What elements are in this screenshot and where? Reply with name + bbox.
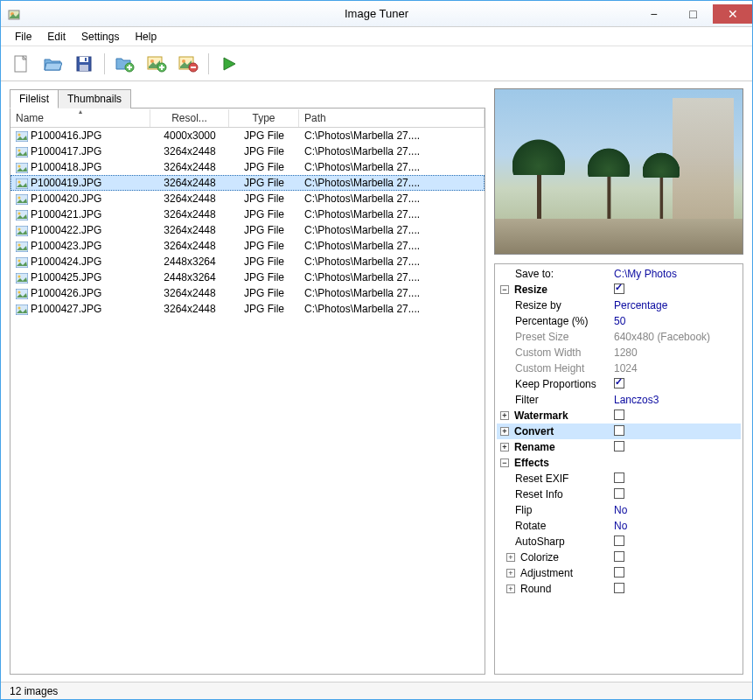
svg-point-33 <box>18 275 21 277</box>
image-file-icon <box>16 131 28 142</box>
tabs: Filelist Thumbnails <box>10 88 485 108</box>
column-path[interactable]: Path <box>299 109 485 127</box>
new-button[interactable] <box>8 51 34 77</box>
menu-help[interactable]: Help <box>128 29 164 45</box>
image-file-icon <box>16 304 28 315</box>
open-button[interactable] <box>39 51 66 77</box>
table-row[interactable]: P1000423.JPG3264x2448JPG FileC:\Photos\M… <box>10 238 485 254</box>
table-row[interactable]: P1000421.JPG3264x2448JPG FileC:\Photos\M… <box>10 206 485 222</box>
collapse-icon[interactable]: − <box>500 285 509 294</box>
svg-rect-5 <box>80 65 88 71</box>
status-text: 12 images <box>10 685 58 697</box>
convert-checkbox[interactable] <box>614 425 624 436</box>
group-convert[interactable]: +Convert <box>497 424 741 439</box>
menu-edit[interactable]: Edit <box>40 29 73 45</box>
menu-file[interactable]: File <box>8 29 38 45</box>
menubar: File Edit Settings Help <box>1 27 752 46</box>
table-row[interactable]: P1000422.JPG3264x2448JPG FileC:\Photos\M… <box>10 222 485 238</box>
tab-thumbnails[interactable]: Thumbnails <box>58 89 131 108</box>
table-row[interactable]: P1000416.JPG4000x3000JPG FileC:\Photos\M… <box>10 128 485 144</box>
prop-rotate[interactable]: RotateNo <box>497 518 741 534</box>
run-button[interactable] <box>216 51 242 77</box>
add-image-button[interactable] <box>143 51 170 77</box>
image-file-icon <box>16 210 28 220</box>
round-checkbox[interactable] <box>614 583 624 593</box>
prop-filter[interactable]: FilterLanczos3 <box>497 392 741 408</box>
group-round[interactable]: +Round <box>497 581 741 597</box>
app-icon <box>8 7 22 21</box>
prop-custom-width: Custom Width1280 <box>497 345 741 360</box>
expand-icon[interactable]: + <box>500 427 509 436</box>
svg-point-19 <box>18 164 21 167</box>
save-button[interactable] <box>71 51 97 77</box>
svg-point-31 <box>18 259 21 262</box>
collapse-icon[interactable]: − <box>500 458 509 467</box>
close-button[interactable]: ✕ <box>713 4 752 24</box>
window-title: Image Tuner <box>345 7 408 20</box>
column-type[interactable]: Type <box>229 109 299 127</box>
prop-reset-exif[interactable]: Reset EXIF <box>497 471 741 486</box>
prop-flip[interactable]: FlipNo <box>497 502 741 518</box>
keep-proportions-checkbox[interactable] <box>614 378 624 388</box>
svg-point-25 <box>18 212 21 214</box>
remove-image-button[interactable] <box>175 51 201 77</box>
watermark-checkbox[interactable] <box>614 410 624 420</box>
rename-checkbox[interactable] <box>614 441 624 452</box>
group-colorize[interactable]: +Colorize <box>497 550 741 565</box>
svg-point-27 <box>18 228 21 230</box>
svg-point-23 <box>18 196 21 199</box>
table-row[interactable]: P1000424.JPG2448x3264JPG FileC:\Photos\M… <box>10 254 485 270</box>
group-watermark[interactable]: +Watermark <box>497 408 741 424</box>
group-effects[interactable]: −Effects <box>497 455 741 471</box>
table-row[interactable]: P1000426.JPG3264x2448JPG FileC:\Photos\M… <box>10 285 485 301</box>
reset-info-checkbox[interactable] <box>614 488 624 499</box>
prop-preset-size: Preset Size640x480 (Facebook) <box>497 329 741 345</box>
adjustment-checkbox[interactable] <box>614 567 624 578</box>
table-row[interactable]: P1000418.JPG3264x2448JPG FileC:\Photos\M… <box>10 159 485 175</box>
tab-filelist[interactable]: Filelist <box>10 89 59 108</box>
image-file-icon <box>16 147 28 158</box>
statusbar: 12 images <box>1 682 752 699</box>
group-adjustment[interactable]: +Adjustment <box>497 565 741 581</box>
autosharp-checkbox[interactable] <box>614 536 624 546</box>
table-row[interactable]: P1000420.JPG3264x2448JPG FileC:\Photos\M… <box>10 191 485 206</box>
prop-percentage[interactable]: Percentage (%)50 <box>497 313 741 329</box>
prop-reset-info[interactable]: Reset Info <box>497 486 741 502</box>
expand-icon[interactable]: + <box>506 584 515 593</box>
expand-icon[interactable]: + <box>506 553 515 562</box>
expand-icon[interactable]: + <box>506 569 515 578</box>
group-rename[interactable]: +Rename <box>497 439 741 455</box>
expand-icon[interactable]: + <box>500 411 509 420</box>
image-file-icon <box>16 194 28 205</box>
prop-resize-by[interactable]: Resize byPercentage <box>497 298 741 313</box>
prop-custom-height: Custom Height1024 <box>497 360 741 376</box>
resize-checkbox[interactable] <box>614 284 624 294</box>
svg-point-17 <box>18 149 21 151</box>
add-folder-button[interactable] <box>112 51 138 77</box>
prop-keep-proportions[interactable]: Keep Proportions <box>497 376 741 392</box>
image-file-icon <box>16 242 28 252</box>
menu-settings[interactable]: Settings <box>74 29 126 45</box>
column-resolution[interactable]: Resol... <box>150 109 229 127</box>
image-file-icon <box>16 178 28 189</box>
svg-point-37 <box>18 306 21 309</box>
properties-panel: Save to: C:\My Photos −Resize Resize byP… <box>494 263 743 675</box>
svg-rect-6 <box>85 58 87 61</box>
colorize-checkbox[interactable] <box>614 551 624 562</box>
prop-save-to[interactable]: Save to: C:\My Photos <box>497 266 741 282</box>
image-file-icon <box>16 273 28 284</box>
maximize-button[interactable]: □ <box>673 4 713 24</box>
prop-autosharp[interactable]: AutoSharp <box>497 534 741 550</box>
table-row[interactable]: P1000425.JPG2448x3264JPG FileC:\Photos\M… <box>10 270 485 285</box>
table-row[interactable]: P1000427.JPG3264x2448JPG FileC:\Photos\M… <box>10 301 485 317</box>
column-name[interactable]: ▴Name <box>10 109 150 127</box>
svg-point-15 <box>18 133 21 136</box>
image-file-icon <box>16 289 28 299</box>
minimize-button[interactable]: − <box>634 4 673 24</box>
table-row[interactable]: P1000417.JPG3264x2448JPG FileC:\Photos\M… <box>10 144 485 159</box>
group-resize[interactable]: −Resize <box>497 282 741 298</box>
reset-exif-checkbox[interactable] <box>614 472 624 483</box>
svg-rect-4 <box>80 57 88 62</box>
expand-icon[interactable]: + <box>500 443 509 452</box>
table-row[interactable]: P1000419.JPG3264x2448JPG FileC:\Photos\M… <box>10 175 485 191</box>
